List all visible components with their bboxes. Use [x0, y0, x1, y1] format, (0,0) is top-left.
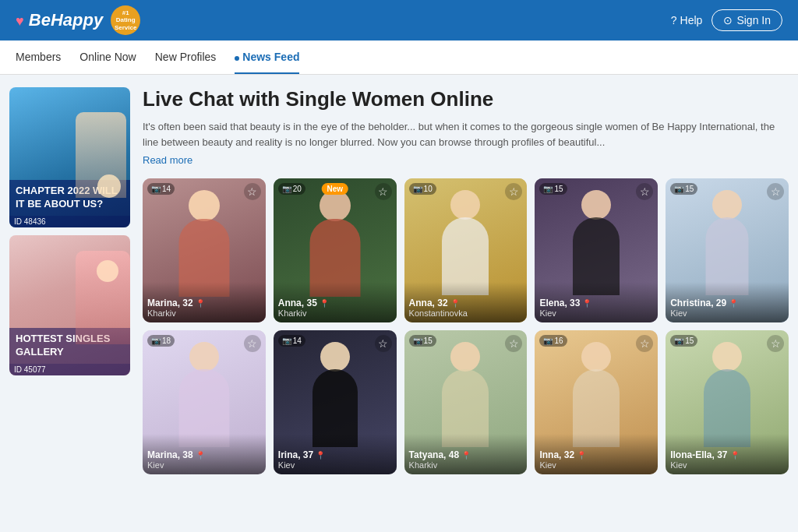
profile-location: Kiev	[539, 308, 653, 318]
profile-head	[712, 342, 742, 372]
profile-head	[189, 190, 220, 221]
favorite-button[interactable]: ☆	[767, 183, 784, 200]
photo-count: 📷14	[278, 335, 305, 347]
profile-head	[450, 190, 480, 220]
read-more-link[interactable]: Read more	[143, 154, 789, 166]
page-description: It's often been said that beauty is in t…	[143, 119, 789, 150]
profile-location: Kiev	[539, 460, 653, 470]
profile-head	[320, 190, 351, 221]
profile-info: Anna, 32 📍 Konstantinovka	[404, 282, 528, 322]
profile-card-anna-32[interactable]: 📷10 ☆ Anna, 32 📍 Konstantinovka	[404, 178, 528, 322]
favorite-button[interactable]: ☆	[244, 183, 261, 200]
help-button[interactable]: ? Help	[671, 14, 703, 26]
profile-head	[581, 342, 611, 372]
ad-head-2	[97, 260, 118, 282]
ad-id-1: ID 48436	[9, 216, 130, 227]
favorite-button[interactable]: ☆	[244, 335, 261, 352]
user-icon: ⊙	[723, 14, 733, 26]
location-icon: 📍	[450, 299, 460, 308]
profiles-grid-row2: 📷18 ☆ Marina, 38 📍 Kiev 📷14 ☆	[143, 330, 789, 474]
photo-count: 📷10	[409, 183, 436, 195]
photo-count: 📷14	[147, 183, 175, 195]
profile-name: Anna, 35 📍	[278, 298, 392, 308]
profile-name: Anna, 32 📍	[409, 298, 523, 308]
header-left: ♥ BeHappy #1 Dating Service	[16, 5, 140, 35]
profile-card-christina-29[interactable]: 📷15 ☆ Christina, 29 📍 Kiev	[666, 178, 789, 322]
ad-card-1[interactable]: CHAPTER 2022 WILL IT BE ABOUT US? ID 484…	[9, 87, 130, 227]
profile-location: Kiev	[670, 460, 784, 470]
profile-name: Ilona-Ella, 37 📍	[670, 449, 784, 460]
nav-news-feed[interactable]: News Feed	[235, 41, 299, 74]
nav-online-now[interactable]: Online Now	[79, 41, 136, 74]
photo-count: 📷15	[539, 183, 567, 195]
profile-location: Kharkiv	[278, 308, 392, 318]
profile-info: Inna, 32 📍 Kiev	[535, 434, 658, 474]
favorite-button[interactable]: ☆	[375, 335, 392, 352]
profile-info: Marina, 32 📍 Kharkiv	[143, 282, 266, 322]
profile-name: Tatyana, 48 📍	[409, 449, 523, 460]
heart-icon: ♥	[16, 13, 24, 29]
location-icon: 📍	[730, 451, 740, 460]
photo-count: 📷15	[670, 335, 697, 347]
profile-name: Irina, 37 📍	[278, 449, 392, 460]
location-icon: 📍	[461, 451, 471, 460]
profile-name: Elena, 33 📍	[539, 298, 653, 308]
nav-members[interactable]: Members	[16, 41, 61, 74]
profile-info: Ilona-Ella, 37 📍 Kiev	[666, 434, 789, 474]
ad-card-2[interactable]: HOTTEST SINGLES Gallery ID 45077	[9, 235, 130, 375]
photo-count: 📷18	[147, 335, 175, 347]
profiles-grid-row1: 📷14 ☆ Marina, 32 📍 Kharkiv 📷20 ☆ New	[143, 178, 789, 322]
profile-card-ilona-ella-37[interactable]: 📷15 ☆ Ilona-Ella, 37 📍 Kiev	[666, 330, 789, 474]
profile-location: Kharkiv	[409, 460, 523, 470]
profile-info: Christina, 29 📍 Kiev	[666, 282, 789, 322]
profile-card-irina-37[interactable]: 📷14 ☆ Irina, 37 📍 Kiev	[274, 330, 397, 474]
header-right: ? Help ⊙ Sign In	[671, 9, 782, 31]
profile-head	[450, 342, 480, 372]
location-icon: 📍	[316, 451, 325, 460]
profile-card-elena-33[interactable]: 📷15 ☆ Elena, 33 📍 Kiev	[535, 178, 658, 322]
profile-info: Anna, 35 📍 Kharkiv	[274, 282, 397, 322]
main-container: CHAPTER 2022 WILL IT BE ABOUT US? ID 484…	[0, 75, 798, 487]
profile-card-marina-38[interactable]: 📷18 ☆ Marina, 38 📍 Kiev	[143, 330, 266, 474]
location-icon: 📍	[196, 451, 205, 460]
profile-info: Tatyana, 48 📍 Kharkiv	[404, 434, 528, 474]
profile-name: Christina, 29 📍	[670, 298, 784, 308]
photo-count: 📷20	[278, 183, 305, 195]
profile-location: Kiev	[147, 460, 261, 470]
location-icon: 📍	[196, 299, 205, 308]
location-icon: 📍	[320, 299, 329, 308]
dating-badge: #1 Dating Service	[111, 5, 140, 35]
page-title: Live Chat with Single Women Online	[143, 87, 789, 111]
profile-card-inna-32[interactable]: 📷16 ☆ Inna, 32 📍 Kiev	[535, 330, 658, 474]
profile-card-anna-35[interactable]: 📷20 ☆ New Anna, 35 📍 Kharkiv	[274, 178, 397, 322]
profile-name: Marina, 38 📍	[147, 449, 261, 460]
profile-info: Marina, 38 📍 Kiev	[143, 434, 266, 474]
profile-info: Elena, 33 📍 Kiev	[535, 282, 658, 322]
ad-id-2: ID 45077	[9, 364, 130, 375]
profile-head	[189, 342, 219, 372]
ad-head-1	[97, 174, 121, 198]
signin-button[interactable]: ⊙ Sign In	[711, 9, 782, 31]
profile-location: Konstantinovka	[409, 308, 523, 318]
profile-location: Kiev	[670, 308, 784, 318]
new-badge: New	[321, 183, 348, 195]
profile-card-marina-32[interactable]: 📷14 ☆ Marina, 32 📍 Kharkiv	[143, 178, 266, 322]
favorite-button[interactable]: ☆	[767, 335, 784, 352]
photo-count: 📷16	[539, 335, 567, 347]
logo: ♥ BeHappy	[16, 10, 103, 30]
profile-location: Kharkiv	[147, 308, 261, 318]
favorite-button[interactable]: ☆	[375, 183, 392, 200]
location-icon: 📍	[577, 451, 586, 460]
photo-count: 📷15	[670, 183, 697, 195]
navigation: Members Online Now New Profiles News Fee…	[0, 41, 798, 75]
profile-info: Irina, 37 📍 Kiev	[274, 434, 397, 474]
content-area: Live Chat with Single Women Online It's …	[143, 87, 789, 474]
nav-dot-icon	[235, 56, 239, 61]
photo-count: 📷15	[409, 335, 436, 347]
profile-name: Marina, 32 📍	[147, 298, 261, 308]
location-icon: 📍	[582, 299, 591, 308]
profile-card-tatyana-48[interactable]: 📷15 ☆ Tatyana, 48 📍 Kharkiv	[404, 330, 528, 474]
profile-head	[581, 190, 611, 220]
nav-new-profiles[interactable]: New Profiles	[155, 41, 217, 74]
question-icon: ?	[671, 14, 677, 26]
